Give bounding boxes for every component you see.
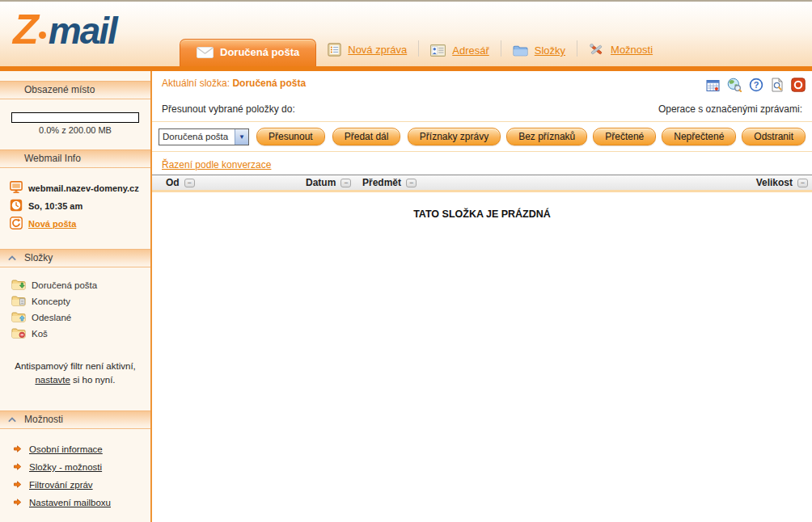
option-mailbox-settings[interactable]: Nastavení mailboxu — [0, 494, 150, 511]
folder-item-trash[interactable]: Koš — [0, 326, 150, 342]
tab-options[interactable]: Možnosti — [577, 43, 664, 66]
antispam-setup-link[interactable]: nastavte — [35, 375, 70, 385]
logo-z: Z — [13, 6, 37, 53]
tab-label: Možnosti — [611, 44, 653, 56]
folder-label: Koš — [32, 329, 48, 339]
folder-icon — [513, 44, 528, 57]
folders-section-header[interactable]: Složky — [0, 249, 150, 267]
option-message-filtering[interactable]: Filtrování zpráv — [0, 476, 150, 494]
svg-text:?: ? — [754, 80, 759, 90]
print-preview-icon[interactable] — [771, 78, 784, 92]
host-label: webmail.nazev-domeny.cz — [28, 183, 139, 193]
drafts-folder-icon — [11, 295, 26, 308]
arrow-right-icon — [13, 480, 22, 490]
tools-icon — [589, 43, 604, 57]
sort-toggle-icon[interactable]: − — [184, 179, 195, 187]
arrow-right-icon — [13, 462, 22, 473]
option-link[interactable]: Nastavení mailboxu — [29, 498, 111, 507]
address-book-icon — [430, 44, 446, 57]
calendar-icon[interactable] — [706, 78, 720, 92]
webmail-info-list: webmail.nazev-domeny.cz So, 10:35 am Nov… — [0, 181, 150, 234]
tab-label: Adresář — [452, 44, 489, 57]
option-folder-options[interactable]: Složky - možnosti — [0, 458, 150, 476]
quick-icon-bar: ? — [706, 78, 806, 92]
move-button[interactable]: Přesunout — [256, 128, 325, 145]
quota-title-label: Obsazené místo — [24, 81, 95, 99]
folder-item-sent[interactable]: Odeslané — [0, 309, 150, 326]
sidebar: Obsazené místo 0.0% z 200.00 MB Webmail … — [0, 71, 152, 522]
webmail-info-title-label: Webmail Info — [24, 149, 81, 168]
chevron-up-icon — [8, 417, 16, 423]
tab-bar: Doručená pošta Nová zpráva Adresář Složk… — [180, 39, 664, 66]
folder-select-value: Doručená pošta — [159, 132, 235, 141]
tab-compose[interactable]: Nová zpráva — [316, 43, 418, 66]
antispam-text: si ho nyní. — [70, 375, 116, 385]
new-mail-link[interactable]: Nová pošta — [28, 219, 76, 229]
folder-label: Odeslané — [32, 313, 71, 322]
forward-button[interactable]: Předat dál — [332, 128, 401, 145]
tab-addressbook[interactable]: Adresář — [419, 44, 501, 66]
info-time-row: So, 10:35 am — [0, 199, 150, 217]
antispam-text: Antispamový filtr není aktivní, — [15, 361, 136, 371]
app-header: Zmail Doručená pošta Nová zpráva Adresář — [0, 0, 812, 71]
tab-inbox[interactable]: Doručená pošta — [180, 39, 316, 66]
delete-button[interactable]: Odstranit — [742, 128, 806, 145]
column-subject-label: Předmět — [362, 177, 401, 188]
logout-icon[interactable] — [791, 78, 806, 92]
mark-unread-button[interactable]: Nepřečtené — [662, 128, 736, 145]
sort-toggle-icon[interactable]: − — [406, 179, 417, 187]
monitor-icon — [10, 181, 23, 196]
move-items-label: Přesunout vybrané položky do: — [162, 103, 295, 115]
option-link[interactable]: Filtrování zpráv — [29, 480, 93, 490]
options-title-label: Možnosti — [24, 410, 63, 429]
quota-section-title: Obsazené místo — [0, 81, 150, 99]
folders-title-label: Složky — [24, 249, 53, 267]
mark-read-button[interactable]: Přečtené — [593, 128, 656, 145]
antispam-notice: Antispamový filtr není aktivní, nastavte… — [8, 360, 142, 386]
tab-label: Nová zpráva — [348, 44, 407, 56]
folder-item-drafts[interactable]: Koncepty — [0, 293, 150, 309]
quota-progress-bar — [11, 112, 139, 123]
options-list: Osobní informace Složky - možnosti Filtr… — [0, 440, 150, 511]
inbox-folder-icon — [11, 279, 26, 292]
envelope-icon — [197, 47, 214, 58]
main-content: Aktuální složka: Doručená pošta ? — [152, 71, 812, 522]
operations-label: Operace s označenými zprávami: — [658, 103, 802, 115]
tab-folders[interactable]: Složky — [501, 44, 577, 66]
help-icon[interactable]: ? — [749, 78, 763, 92]
folder-item-inbox[interactable]: Doručená pošta — [0, 277, 150, 293]
logo-dot-icon — [39, 32, 46, 39]
no-flags-button[interactable]: Bez příznaků — [506, 128, 587, 145]
chevron-down-icon: ▼ — [235, 129, 248, 145]
message-flags-button[interactable]: Příznaky zprávy — [408, 128, 501, 145]
sent-folder-icon — [11, 311, 26, 324]
sort-toggle-icon[interactable]: − — [797, 179, 808, 187]
time-label: So, 10:35 am — [28, 201, 82, 211]
folder-list: Doručená pošta Koncepty Odeslané Koš — [0, 277, 150, 342]
option-link[interactable]: Složky - možnosti — [29, 462, 102, 472]
breadcrumb: Aktuální složka: Doručená pošta — [162, 78, 306, 89]
tab-label: Složky — [535, 44, 565, 57]
sort-toggle-icon[interactable]: − — [340, 179, 351, 187]
column-date-label: Datum — [306, 177, 336, 188]
info-new-mail-row[interactable]: Nová pošta — [0, 217, 150, 234]
quota-value: 0.0% z 200.00 MB — [0, 125, 150, 135]
sort-by-conversation-link[interactable]: Řazení podle konverzace — [162, 159, 271, 170]
option-personal-info[interactable]: Osobní informace — [0, 440, 150, 458]
column-from-label: Od — [166, 177, 180, 188]
search-globe-icon[interactable] — [727, 78, 742, 92]
compose-icon — [328, 43, 341, 57]
options-section-header[interactable]: Možnosti — [0, 410, 150, 429]
empty-folder-message: TATO SLOŽKA JE PRÁZDNÁ — [152, 208, 812, 220]
zmail-logo: Zmail — [13, 6, 116, 53]
folder-select[interactable]: Doručená pošta ▼ — [159, 128, 249, 145]
refresh-icon — [10, 217, 23, 231]
clock-icon — [10, 199, 23, 213]
webmail-info-section-title: Webmail Info — [0, 149, 150, 168]
folder-label: Koncepty — [32, 297, 70, 306]
message-table-header: Od − Datum − Předmět − Velikost − — [152, 175, 812, 192]
breadcrumb-label: Aktuální složka: — [162, 78, 230, 89]
option-link[interactable]: Osobní informace — [29, 444, 103, 454]
tab-label: Doručená pošta — [220, 46, 299, 58]
breadcrumb-current-folder: Doručená pošta — [232, 78, 306, 89]
